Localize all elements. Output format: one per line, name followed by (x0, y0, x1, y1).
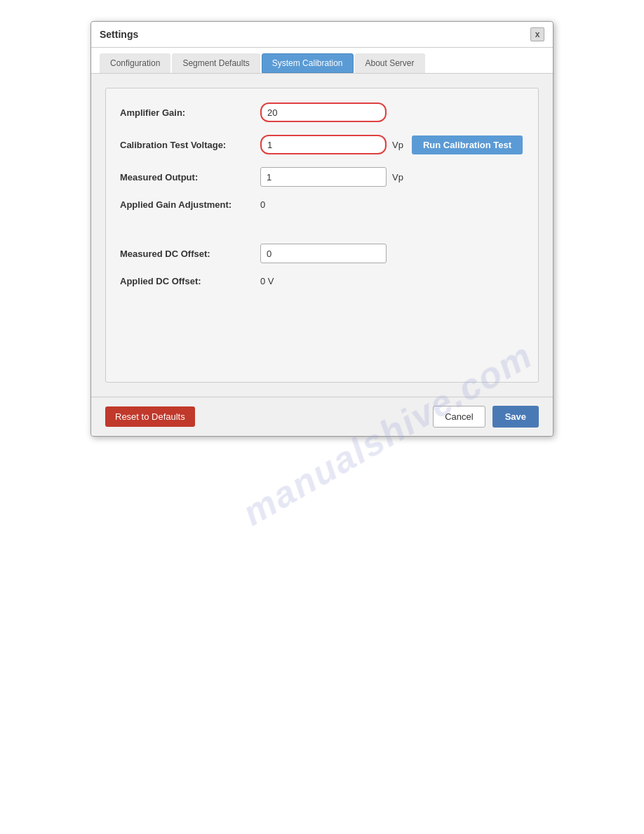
tab-bar: Configuration Segment Defaults System Ca… (91, 48, 553, 74)
measured-output-label: Measured Output: (120, 172, 260, 183)
amplifier-gain-label: Amplifier Gain: (120, 107, 260, 118)
dialog-title: Settings (100, 29, 138, 40)
save-button[interactable]: Save (492, 406, 539, 428)
applied-gain-adjustment-value: 0 (260, 199, 265, 210)
run-calibration-test-button[interactable]: Run Calibration Test (412, 135, 523, 154)
measured-dc-offset-label: Measured DC Offset: (120, 249, 260, 259)
reset-to-defaults-button[interactable]: Reset to Defaults (105, 406, 195, 427)
measured-output-unit: Vp (392, 172, 403, 183)
calibration-test-voltage-unit: Vp (392, 140, 403, 150)
applied-dc-offset-label: Applied DC Offset: (120, 276, 260, 286)
amplifier-gain-input[interactable] (260, 102, 387, 122)
settings-dialog: Settings x Configuration Segment Default… (90, 21, 554, 437)
applied-gain-adjustment-row: Applied Gain Adjustment: 0 (120, 199, 524, 210)
measured-output-row: Measured Output: Vp (120, 167, 524, 187)
content-panel: Amplifier Gain: Calibration Test Voltage… (105, 88, 539, 383)
applied-dc-offset-value: 0 V (260, 276, 274, 286)
applied-dc-offset-row: Applied DC Offset: 0 V (120, 276, 524, 286)
dialog-footer: Reset to Defaults Cancel Save (91, 397, 553, 436)
close-button[interactable]: x (530, 27, 544, 41)
tab-segment-defaults[interactable]: Segment Defaults (172, 53, 260, 73)
tab-about-server[interactable]: About Server (355, 53, 425, 73)
dialog-title-bar: Settings x (91, 22, 553, 48)
calibration-test-voltage-label: Calibration Test Voltage: (120, 140, 260, 150)
cancel-button[interactable]: Cancel (433, 406, 485, 428)
measured-output-input[interactable] (260, 167, 387, 187)
tab-system-calibration[interactable]: System Calibration (262, 53, 354, 73)
measured-dc-offset-row: Measured DC Offset: (120, 244, 524, 263)
calibration-test-voltage-input[interactable] (260, 135, 387, 154)
calibration-test-voltage-row: Calibration Test Voltage: Vp Run Calibra… (120, 135, 524, 154)
measured-dc-offset-input[interactable] (260, 244, 387, 263)
dialog-body: Amplifier Gain: Calibration Test Voltage… (91, 74, 553, 397)
tab-configuration[interactable]: Configuration (100, 53, 170, 73)
amplifier-gain-row: Amplifier Gain: (120, 102, 524, 122)
footer-right-buttons: Cancel Save (433, 406, 539, 428)
applied-gain-adjustment-label: Applied Gain Adjustment: (120, 199, 260, 210)
